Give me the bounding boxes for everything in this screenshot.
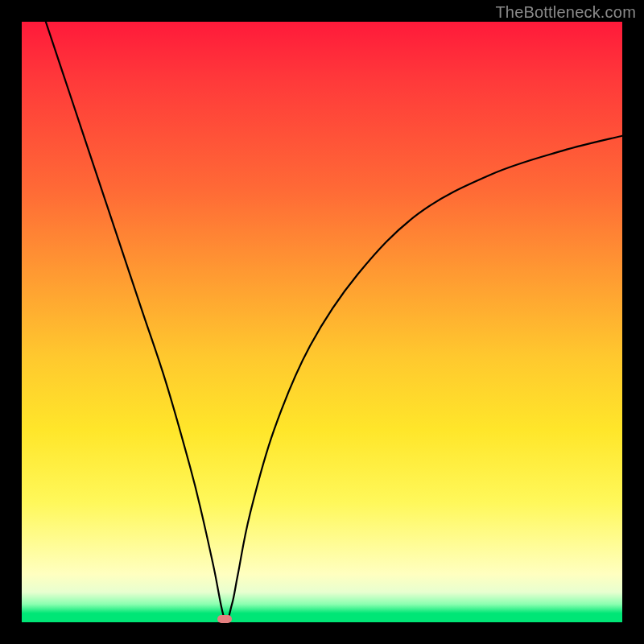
optimal-marker [217,615,232,623]
bottleneck-curve [22,22,622,622]
chart-frame: TheBottleneck.com [0,0,644,644]
plot-area [22,22,622,622]
watermark-text: TheBottleneck.com [495,3,636,22]
